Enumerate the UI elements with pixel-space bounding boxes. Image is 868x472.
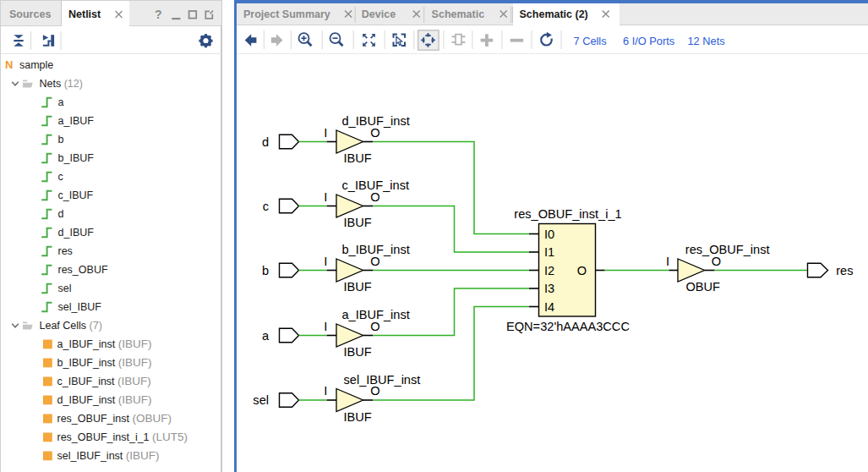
svg-text:I4: I4 (544, 300, 554, 314)
svg-text:I: I (324, 255, 327, 268)
svg-text:IBUF: IBUF (344, 151, 372, 165)
svg-text:c: c (263, 200, 269, 213)
svg-text:I: I (666, 255, 669, 268)
svg-text:IBUF: IBUF (344, 345, 372, 359)
svg-text:I2: I2 (544, 264, 554, 277)
svg-text:c_IBUF_inst: c_IBUF_inst (342, 178, 409, 192)
svg-text:res_OBUF_inst_i_1: res_OBUF_inst_i_1 (514, 207, 621, 221)
svg-text:EQN=32'hAAAA3CCC: EQN=32'hAAAA3CCC (506, 320, 630, 333)
svg-text:res_OBUF_inst: res_OBUF_inst (685, 243, 770, 256)
svg-text:b: b (262, 264, 269, 277)
svg-text:I: I (324, 190, 327, 204)
svg-text:IBUF: IBUF (344, 410, 372, 424)
svg-text:I: I (324, 126, 327, 140)
svg-text:sel_IBUF_inst: sel_IBUF_inst (344, 373, 421, 387)
svg-text:b_IBUF_inst: b_IBUF_inst (342, 243, 410, 256)
svg-text:I3: I3 (544, 282, 554, 295)
svg-text:I1: I1 (544, 245, 554, 259)
svg-text:a: a (262, 329, 270, 343)
svg-text:OBUF: OBUF (685, 280, 720, 294)
svg-text:d: d (262, 135, 269, 149)
svg-text:a_IBUF_inst: a_IBUF_inst (342, 308, 410, 321)
svg-text:IBUF: IBUF (344, 216, 372, 229)
svg-text:d_IBUF_inst: d_IBUF_inst (342, 114, 410, 128)
svg-text:I0: I0 (544, 228, 554, 241)
svg-text:O: O (577, 264, 587, 277)
svg-text:I: I (324, 320, 327, 333)
svg-text:res: res (836, 264, 853, 277)
svg-text:I: I (324, 384, 327, 398)
svg-text:sel: sel (253, 393, 269, 407)
svg-text:IBUF: IBUF (344, 280, 372, 294)
